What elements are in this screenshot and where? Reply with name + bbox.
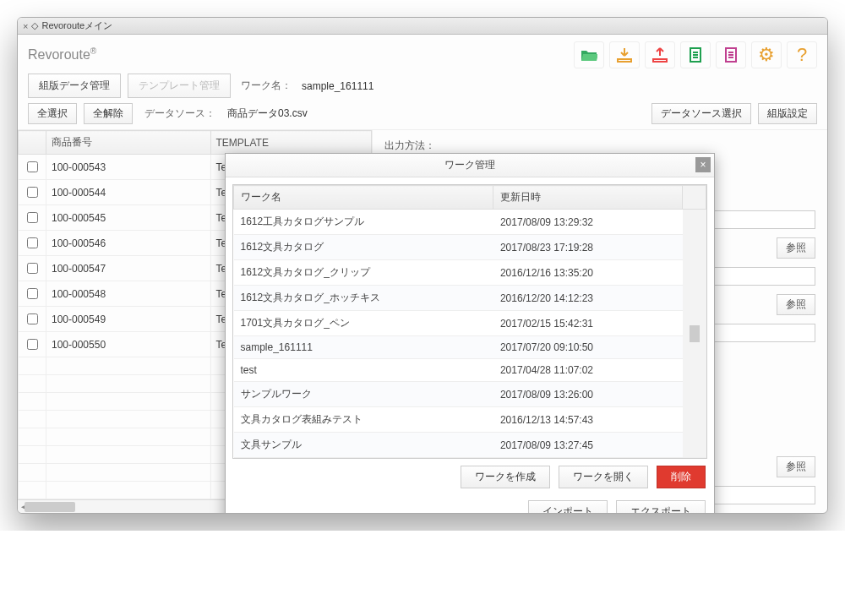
cell-work-name: 1612文具カタログ_クリップ — [234, 260, 493, 286]
work-row[interactable]: 1701文具カタログ_ペン2017/02/15 15:42:31 — [234, 311, 706, 336]
cell-updated: 2017/02/15 15:42:31 — [493, 311, 683, 336]
browse-search-button[interactable]: 参照 — [777, 456, 815, 477]
tab-data-management[interactable]: 組版データ管理 — [28, 74, 121, 98]
work-row[interactable]: 1612文具カタログ_ホッチキス2016/12/20 14:12:23 — [234, 286, 706, 311]
cell-work-name: サンプルワーク — [234, 382, 493, 407]
datasource-name: 商品データ03.csv — [227, 106, 308, 121]
row-checkbox[interactable] — [27, 187, 38, 198]
work-row[interactable]: 1612文具カタログ_クリップ2016/12/16 13:35:20 — [234, 260, 706, 286]
cell-work-name: 1612文具カタログ — [234, 235, 493, 260]
work-row[interactable]: 1612工具カタログサンプル2017/08/09 13:29:32 — [234, 210, 706, 235]
cell-updated: 2017/08/09 13:26:00 — [493, 382, 683, 407]
cell-updated: 2016/12/13 14:57:43 — [493, 407, 683, 433]
cell-product-id: 100-000547 — [46, 256, 211, 281]
settings-gear-icon[interactable]: ⚙ — [751, 41, 782, 68]
cell-work-name: test — [234, 359, 493, 382]
cell-updated: 2016/12/16 13:35:20 — [493, 260, 683, 286]
work-name-label: ワーク名： — [241, 79, 292, 93]
row-checkbox[interactable] — [27, 263, 38, 274]
tab-template-management[interactable]: テンプレート管理 — [128, 74, 231, 98]
row-checkbox[interactable] — [27, 339, 38, 350]
work-row[interactable]: 文具サンプル2017/08/09 13:27:45 — [234, 433, 706, 458]
row-checkbox[interactable] — [27, 313, 38, 324]
cell-work-name: 文具カタログ表組みテスト — [234, 407, 493, 433]
col-updated[interactable]: 更新日時 — [493, 186, 683, 210]
dialog-scrollbar[interactable] — [683, 210, 706, 458]
cell-product-id: 100-000545 — [46, 205, 211, 231]
window-close-icon[interactable]: × — [23, 21, 28, 31]
cell-updated: 2017/08/23 17:19:28 — [493, 235, 683, 260]
work-row[interactable]: 1612文具カタログ2017/08/23 17:19:28 — [234, 235, 706, 260]
window-titlebar: × ◇ Revorouteメイン — [18, 18, 827, 35]
col-template[interactable]: TEMPLATE — [210, 131, 372, 155]
cell-work-name: 文具サンプル — [234, 433, 493, 458]
cell-product-id: 100-000548 — [46, 281, 211, 307]
cell-updated: 2016/12/20 14:12:23 — [493, 286, 683, 311]
scroll-thumb[interactable] — [25, 502, 75, 512]
doc-export-icon[interactable] — [680, 41, 711, 68]
export-button[interactable]: エクスポート — [616, 500, 706, 514]
cell-updated: 2017/04/28 11:07:02 — [493, 359, 683, 382]
work-row[interactable]: test2017/04/28 11:07:02 — [234, 359, 706, 382]
datasource-select-button[interactable]: データソース選択 — [651, 103, 751, 124]
open-work-button[interactable]: ワークを開く — [559, 466, 648, 488]
doc-import-icon[interactable] — [716, 41, 746, 68]
row-checkbox[interactable] — [27, 237, 38, 248]
dialog-scrollbar-header — [683, 186, 706, 210]
row-checkbox[interactable] — [27, 161, 38, 172]
cell-product-id: 100-000549 — [46, 307, 211, 332]
deselect-all-button[interactable]: 全解除 — [84, 103, 133, 124]
row-checkbox[interactable] — [27, 288, 38, 299]
cell-updated: 2017/07/20 09:10:50 — [493, 336, 683, 359]
cell-product-id: 100-000550 — [46, 332, 211, 357]
col-product-id[interactable]: 商品番号 — [46, 131, 211, 155]
cell-work-name: 1612工具カタログサンプル — [234, 210, 493, 235]
cell-product-id: 100-000544 — [46, 180, 211, 205]
window-title: Revorouteメイン — [41, 19, 112, 32]
layout-settings-button[interactable]: 組版設定 — [758, 103, 817, 124]
browse-file-button[interactable]: 参照 — [777, 294, 815, 315]
create-work-button[interactable]: ワークを作成 — [461, 466, 550, 488]
cell-product-id: 100-000543 — [46, 155, 211, 180]
app-title: Revoroute® — [28, 46, 96, 63]
dialog-title: ワーク管理 — [444, 158, 495, 172]
cell-work-name: 1701文具カタログ_ペン — [234, 311, 493, 336]
work-row[interactable]: 文具カタログ表組みテスト2016/12/13 14:57:43 — [234, 407, 706, 433]
work-row[interactable]: サンプルワーク2017/08/09 13:26:00 — [234, 382, 706, 407]
dialog-close-icon[interactable]: × — [695, 157, 711, 172]
cell-updated: 2017/08/09 13:27:45 — [493, 433, 683, 458]
delete-work-button[interactable]: 削除 — [657, 466, 706, 488]
cell-updated: 2017/08/09 13:29:32 — [493, 210, 683, 235]
col-work-name[interactable]: ワーク名 — [234, 186, 493, 210]
work-row[interactable]: sample_1611112017/07/20 09:10:50 — [234, 336, 706, 359]
help-icon[interactable]: ? — [787, 41, 817, 68]
datasource-label: データソース： — [144, 106, 215, 121]
upload-icon[interactable] — [645, 41, 675, 68]
select-all-button[interactable]: 全選択 — [28, 103, 77, 124]
import-button[interactable]: インポート — [528, 500, 608, 514]
work-name-value: sample_161111 — [302, 80, 373, 92]
folder-open-icon[interactable] — [574, 41, 604, 68]
cell-product-id: 100-000546 — [46, 231, 211, 256]
col-checkbox — [19, 131, 46, 155]
browse-docpath-button[interactable]: 参照 — [777, 237, 815, 259]
work-management-dialog: ワーク管理 × ワーク名 更新日時 1612工具カタログサンプル2017/08/… — [225, 153, 715, 514]
download-icon[interactable] — [609, 41, 640, 68]
row-checkbox[interactable] — [27, 212, 38, 223]
output-method-label: 出力方法： — [384, 139, 435, 153]
cell-work-name: sample_161111 — [234, 336, 493, 359]
cell-work-name: 1612文具カタログ_ホッチキス — [234, 286, 493, 311]
